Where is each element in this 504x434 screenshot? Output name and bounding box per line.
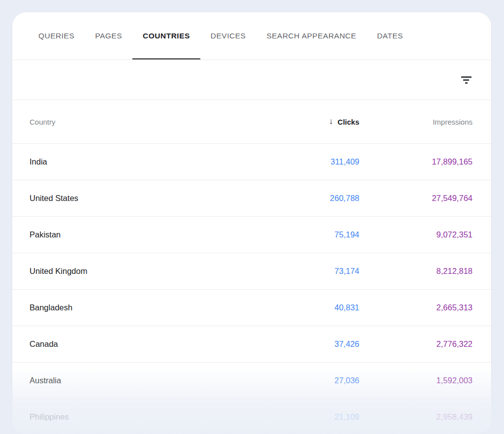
tab-dates[interactable]: DATES <box>367 12 413 60</box>
clicks-cell: 260,788 <box>290 194 359 203</box>
country-cell: Australia <box>30 376 290 385</box>
clicks-cell: 73,174 <box>290 267 359 276</box>
table-row[interactable]: India 311,409 17,899,165 <box>12 143 491 180</box>
country-cell: Philippines <box>30 412 290 422</box>
column-header-impressions[interactable]: Impressions <box>359 118 472 126</box>
clicks-cell: 75,194 <box>290 230 359 239</box>
country-cell: Pakistan <box>30 230 290 239</box>
table-row[interactable]: Canada 37,426 2,776,322 <box>12 326 491 362</box>
tab-devices[interactable]: DEVICES <box>200 12 256 60</box>
table-row[interactable]: Pakistan 75,194 9,072,351 <box>12 216 491 253</box>
table-row[interactable]: United States 260,788 27,549,764 <box>12 180 491 216</box>
tab-search-appearance[interactable]: SEARCH APPEARANCE <box>256 12 367 60</box>
table-toolbar <box>12 60 491 100</box>
table-header-row: Country ↓ Clicks Impressions <box>12 100 491 143</box>
clicks-header-label: Clicks <box>338 118 359 126</box>
impressions-cell: 27,549,764 <box>359 194 472 203</box>
table-row[interactable]: Australia 27,036 1,592,003 <box>12 362 491 399</box>
country-cell: United States <box>30 194 290 203</box>
filter-button[interactable] <box>456 69 476 90</box>
clicks-cell: 27,036 <box>290 376 359 385</box>
table-row[interactable]: United Kingdom 73,174 8,212,818 <box>12 253 491 289</box>
impressions-cell: 2,776,322 <box>359 339 472 349</box>
country-cell: India <box>30 157 290 167</box>
performance-report-card: QUERIES PAGES COUNTRIES DEVICES SEARCH A… <box>12 12 491 434</box>
impressions-cell: 1,592,003 <box>359 376 472 385</box>
impressions-cell: 2,958,439 <box>359 412 472 422</box>
table-row[interactable]: Bangladesh 40,831 2,665,313 <box>12 289 491 326</box>
page-background: QUERIES PAGES COUNTRIES DEVICES SEARCH A… <box>0 0 504 434</box>
country-cell: United Kingdom <box>30 267 290 276</box>
table-row[interactable]: Philippines 21,109 2,958,439 <box>12 399 491 434</box>
column-header-country[interactable]: Country <box>30 118 290 126</box>
tab-countries[interactable]: COUNTRIES <box>132 12 200 60</box>
sort-descending-icon: ↓ <box>329 117 333 127</box>
tab-queries[interactable]: QUERIES <box>28 12 85 60</box>
impressions-cell: 9,072,351 <box>359 230 472 239</box>
country-cell: Canada <box>30 339 290 349</box>
country-cell: Bangladesh <box>30 303 290 312</box>
clicks-cell: 311,409 <box>290 157 359 167</box>
tab-pages[interactable]: PAGES <box>85 12 132 60</box>
clicks-cell: 21,109 <box>290 412 359 422</box>
filter-funnel-icon <box>461 75 472 84</box>
dimension-tab-bar: QUERIES PAGES COUNTRIES DEVICES SEARCH A… <box>12 12 491 60</box>
clicks-cell: 40,831 <box>290 303 359 312</box>
impressions-cell: 2,665,313 <box>359 303 472 312</box>
column-header-clicks[interactable]: ↓ Clicks <box>290 117 359 127</box>
clicks-cell: 37,426 <box>290 339 359 349</box>
impressions-cell: 17,899,165 <box>359 157 472 167</box>
impressions-cell: 8,212,818 <box>359 267 472 276</box>
